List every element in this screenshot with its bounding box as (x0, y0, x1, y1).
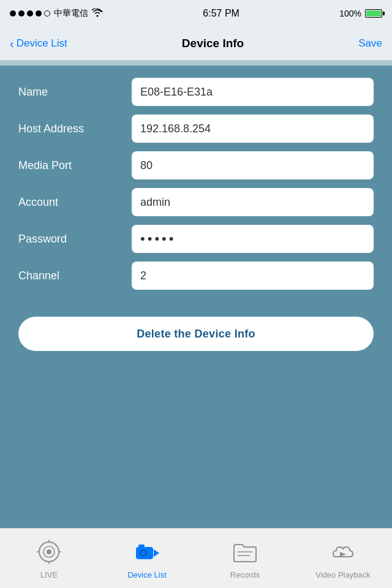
dot-4 (36, 10, 42, 17)
video-playback-icon (328, 537, 358, 567)
delete-button[interactable]: Delete the Device Info (18, 317, 374, 351)
nav-bar: ‹ Device List Device Info Save (0, 27, 392, 61)
device-list-label: Device List (127, 570, 167, 579)
video-playback-label: Video Playback (315, 570, 370, 579)
live-icon (34, 537, 64, 567)
back-label: Device List (17, 37, 67, 50)
tab-device-list[interactable]: Device List (98, 529, 196, 588)
carrier-label: 中華電信 (54, 8, 88, 19)
name-input[interactable] (132, 78, 374, 106)
channel-row: Channel (18, 262, 374, 290)
host-input[interactable] (132, 115, 374, 143)
live-label: LIVE (40, 570, 58, 579)
signal-dots (10, 10, 50, 17)
back-chevron-icon: ‹ (10, 37, 14, 51)
password-label: Password (18, 233, 132, 246)
dot-5 (44, 10, 50, 17)
password-input[interactable] (132, 225, 374, 253)
status-bar: 中華電信 6:57 PM 100% (0, 0, 392, 27)
svg-rect-10 (138, 545, 145, 548)
name-label: Name (18, 86, 132, 99)
account-input[interactable] (132, 188, 374, 216)
tab-records[interactable]: Records (196, 529, 294, 588)
host-row: Host Address (18, 115, 374, 143)
tab-live[interactable]: LIVE (0, 529, 98, 588)
dot-1 (10, 10, 16, 17)
account-row: Account (18, 188, 374, 216)
page-title: Device Info (182, 37, 244, 50)
account-label: Account (18, 196, 132, 209)
status-time: 6:57 PM (203, 8, 239, 19)
svg-point-9 (141, 551, 146, 556)
status-left: 中華電信 (10, 8, 103, 19)
form-area: Name Host Address Media Port Account Pas… (0, 66, 392, 311)
empty-area (0, 363, 392, 535)
status-right: 100% (339, 9, 382, 18)
back-button[interactable]: ‹ Device List (10, 37, 67, 51)
battery-icon (365, 9, 382, 18)
port-label: Media Port (18, 159, 132, 172)
battery-percent: 100% (339, 9, 361, 18)
port-input[interactable] (132, 151, 374, 179)
name-row: Name (18, 78, 374, 106)
svg-marker-14 (340, 552, 346, 557)
records-icon (230, 537, 260, 567)
host-label: Host Address (18, 123, 132, 135)
password-row: Password (18, 225, 374, 253)
svg-point-2 (47, 549, 51, 554)
svg-marker-11 (154, 549, 159, 557)
records-label: Records (230, 570, 260, 579)
delete-section: Delete the Device Info (0, 311, 392, 363)
channel-input[interactable] (132, 262, 374, 290)
dot-2 (18, 10, 24, 17)
tab-video-playback[interactable]: Video Playback (294, 529, 392, 588)
device-list-icon (132, 537, 162, 567)
tab-bar: LIVE Device List (0, 528, 392, 588)
channel-label: Channel (18, 270, 132, 282)
dot-3 (27, 10, 33, 17)
save-button[interactable]: Save (358, 37, 382, 50)
port-row: Media Port (18, 151, 374, 179)
wifi-icon (92, 9, 103, 19)
nav-separator (0, 61, 392, 66)
